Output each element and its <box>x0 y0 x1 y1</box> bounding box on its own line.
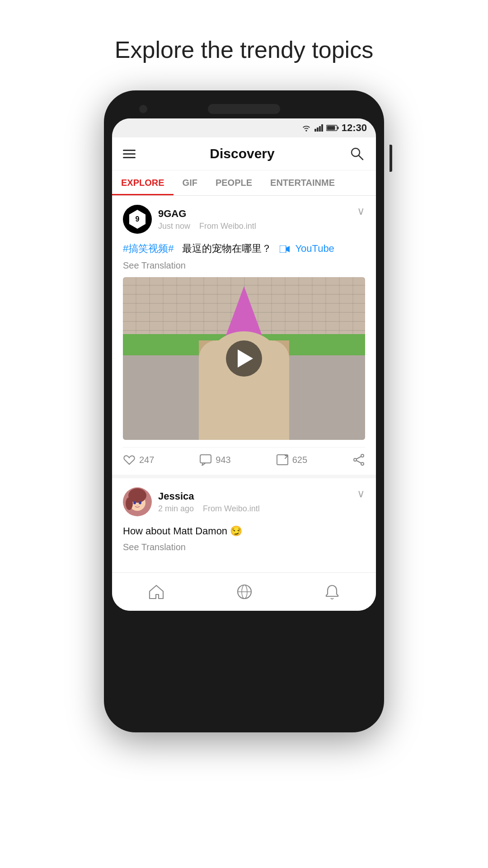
svg-rect-9 <box>280 245 286 253</box>
bottom-nav-notifications[interactable] <box>314 580 351 604</box>
svg-rect-0 <box>314 129 316 132</box>
post-video-thumbnail[interactable] <box>123 277 365 440</box>
post-text-cn: 最逗的宠物在哪里？ <box>182 243 272 254</box>
post-card-jessica: Jessica 2 min ago From Weibo.intl ∨ How … <box>112 478 376 569</box>
tabs-bar: EXPLORE GIF PEOPLE ENTERTAINME <box>112 170 376 196</box>
post-content-9gag: #搞笑视频# 最逗的宠物在哪里？ YouTube See Translation <box>123 241 365 440</box>
like-button[interactable]: 247 <box>123 454 154 466</box>
post-author-name-jessica: Jessica <box>158 491 260 502</box>
post-author-meta-jessica: 2 min ago From Weibo.intl <box>158 504 260 514</box>
like-icon <box>123 454 136 466</box>
hashtag-9gag[interactable]: #搞笑视频# <box>123 243 174 254</box>
avatar-9gag-inner: 9 <box>128 210 147 229</box>
svg-point-21 <box>126 497 133 510</box>
discover-icon <box>236 584 253 600</box>
home-icon <box>148 584 164 599</box>
hamburger-button[interactable] <box>123 150 136 158</box>
chevron-down-icon-jessica[interactable]: ∨ <box>357 487 365 500</box>
svg-marker-10 <box>286 246 290 252</box>
bottom-nav <box>112 572 376 611</box>
post-author-info-9gag: 9 9GAG Just now From Weibo.intl <box>123 205 256 234</box>
post-text-9gag: #搞笑视频# 最逗的宠物在哪里？ YouTube <box>123 241 365 256</box>
comment-icon <box>199 454 212 466</box>
svg-rect-2 <box>319 126 321 132</box>
like-count: 247 <box>139 455 154 465</box>
signal-icon <box>314 124 324 132</box>
svg-rect-1 <box>317 127 319 132</box>
svg-rect-12 <box>277 455 288 465</box>
tab-entertainment[interactable]: ENTERTAINME <box>261 170 344 195</box>
comment-count: 943 <box>216 455 230 465</box>
svg-rect-5 <box>327 126 335 130</box>
repost-button[interactable]: 625 <box>276 454 307 466</box>
post-header-9gag: 9 9GAG Just now From Weibo.intl <box>123 205 365 234</box>
feed: 9 9GAG Just now From Weibo.intl <box>112 196 376 569</box>
status-time: 12:30 <box>342 122 367 134</box>
notifications-icon <box>324 584 340 600</box>
post-author-meta-9gag: Just now From Weibo.intl <box>158 222 256 231</box>
repost-icon <box>276 454 289 466</box>
repost-count: 625 <box>292 455 307 465</box>
tab-people[interactable]: PEOPLE <box>206 170 261 195</box>
post-source-9gag: From Weibo.intl <box>199 222 256 231</box>
svg-point-15 <box>361 462 364 465</box>
share-icon <box>352 454 365 466</box>
play-triangle-icon <box>238 349 253 368</box>
avatar-9gag-text: 9 <box>136 215 140 223</box>
bottom-nav-discover[interactable] <box>225 580 263 604</box>
nav-title: Discovery <box>210 146 274 161</box>
wifi-icon <box>302 124 312 132</box>
post-author-details-9gag: 9GAG Just now From Weibo.intl <box>158 208 256 231</box>
svg-point-22 <box>133 501 136 505</box>
post-text-jessica: How about Matt Damon 😏 <box>123 524 365 538</box>
post-content-jessica: How about Matt Damon 😏 See Translation <box>123 524 365 552</box>
search-button[interactable] <box>349 146 365 162</box>
svg-point-13 <box>361 454 364 457</box>
post-time-9gag: Just now <box>158 222 190 231</box>
see-translation-9gag[interactable]: See Translation <box>123 260 365 271</box>
phone-shell: 12:30 Discovery EXPLORE GIF PEOPLE E <box>104 90 384 732</box>
see-translation-jessica[interactable]: See Translation <box>123 542 365 552</box>
tab-explore[interactable]: EXPLORE <box>112 170 174 195</box>
svg-line-17 <box>356 461 361 463</box>
status-bar: 12:30 <box>112 118 376 137</box>
avatar-jessica <box>123 487 152 516</box>
top-nav: Discovery <box>112 137 376 170</box>
phone-camera <box>139 105 147 113</box>
post-card-9gag: 9 9GAG Just now From Weibo.intl <box>112 196 376 475</box>
avatar-9gag: 9 <box>123 205 152 234</box>
status-icons: 12:30 <box>302 122 367 134</box>
phone-speaker <box>208 104 280 114</box>
phone-side-button <box>389 145 392 172</box>
phone-screen: 12:30 Discovery EXPLORE GIF PEOPLE E <box>112 118 376 611</box>
svg-rect-6 <box>337 127 338 129</box>
post-author-info-jessica: Jessica 2 min ago From Weibo.intl <box>123 487 260 516</box>
post-source-jessica: From Weibo.intl <box>203 504 260 513</box>
svg-line-16 <box>356 457 361 459</box>
play-button[interactable] <box>226 340 262 377</box>
youtube-link[interactable]: YouTube <box>295 243 334 254</box>
post-author-details-jessica: Jessica 2 min ago From Weibo.intl <box>158 491 260 514</box>
comment-button[interactable]: 943 <box>199 454 230 466</box>
svg-point-24 <box>136 505 138 506</box>
chevron-down-icon-9gag[interactable]: ∨ <box>357 205 365 217</box>
jessica-avatar-svg <box>123 487 152 516</box>
post-actions-9gag: 247 943 625 <box>123 447 365 466</box>
svg-point-23 <box>139 501 141 505</box>
battery-icon <box>326 124 339 132</box>
post-header-jessica: Jessica 2 min ago From Weibo.intl ∨ <box>123 487 365 516</box>
share-button[interactable] <box>352 454 365 466</box>
tab-gif[interactable]: GIF <box>174 170 206 195</box>
jessica-face <box>123 487 152 516</box>
phone-top-bar <box>112 104 376 114</box>
page-headline: Explore the trendy topics <box>115 36 373 63</box>
video-icon <box>280 245 290 253</box>
post-author-name-9gag: 9GAG <box>158 208 256 220</box>
svg-rect-11 <box>200 455 211 463</box>
svg-line-8 <box>359 156 363 160</box>
svg-rect-3 <box>321 124 323 132</box>
bottom-nav-home[interactable] <box>137 580 175 603</box>
post-time-jessica: 2 min ago <box>158 504 194 513</box>
svg-point-14 <box>354 458 357 461</box>
search-icon <box>350 146 364 161</box>
